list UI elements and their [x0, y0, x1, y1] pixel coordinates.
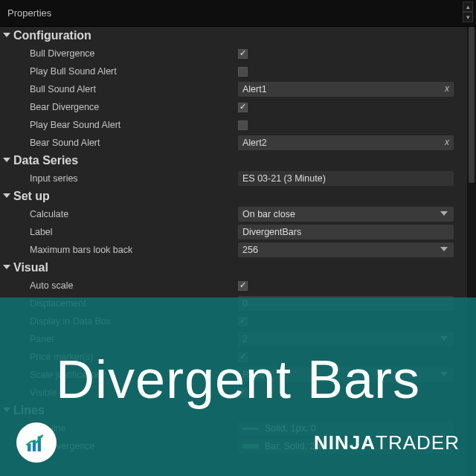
property-label: Calculate: [0, 209, 238, 219]
property-label: Play Bear Sound Alert: [0, 120, 238, 130]
titlebar: Properties ▴ ▾: [0, 0, 476, 27]
row-max-bars: Maximum bars look back 256: [0, 241, 467, 259]
property-label: Auto scale: [0, 280, 238, 291]
window-title: Properties: [7, 7, 51, 19]
spinner-up-button[interactable]: ▴: [463, 1, 473, 12]
row-label: Label DivergentBars: [0, 223, 467, 241]
label-input[interactable]: DivergentBars: [238, 225, 454, 239]
input-series-field[interactable]: ES 03-21 (3 Minute): [238, 171, 454, 186]
section-header: Data Series: [13, 154, 78, 167]
bull-sound-alert-input[interactable]: Alert1 x: [238, 82, 454, 97]
auto-scale-checkbox[interactable]: [238, 281, 248, 291]
section-visual[interactable]: Visual: [0, 259, 467, 277]
chevron-down-icon: [3, 33, 10, 37]
row-auto-scale: Auto scale: [0, 277, 467, 295]
property-label: Bear Divergence: [0, 102, 238, 112]
promo-overlay: Divergent Bars NINJATRADER: [0, 298, 476, 476]
brand-thin: TRADER: [376, 431, 460, 454]
row-bear-sound-alert: Bear Sound Alert Alert2 x: [0, 134, 467, 152]
scrollbar-thumb[interactable]: [469, 27, 475, 183]
chevron-down-icon: [440, 211, 448, 216]
brand-row: NINJATRADER: [0, 422, 476, 463]
row-play-bear-sound: Play Bear Sound Alert: [0, 116, 467, 134]
row-calculate: Calculate On bar close: [0, 205, 467, 223]
clear-icon[interactable]: x: [445, 83, 449, 94]
play-bull-sound-checkbox[interactable]: [238, 67, 248, 77]
clear-icon[interactable]: x: [445, 137, 449, 147]
chevron-down-icon: [440, 247, 448, 251]
section-setup[interactable]: Set up: [0, 187, 467, 205]
spinner-down-button[interactable]: ▾: [463, 12, 473, 22]
titlebar-spinner: ▴ ▾: [463, 1, 473, 22]
bull-divergence-checkbox[interactable]: [238, 49, 248, 59]
calculate-select[interactable]: On bar close: [238, 207, 454, 222]
overlay-title: Divergent Bars: [56, 349, 420, 410]
row-play-bull-sound: Play Bull Sound Alert: [0, 62, 467, 80]
select-value: On bar close: [242, 209, 295, 219]
property-label: Label: [0, 227, 238, 237]
properties-window: Properties ▴ ▾ Configuration Bull Diverg…: [0, 0, 476, 476]
section-configuration[interactable]: Configuration: [0, 27, 467, 45]
row-bull-sound-alert: Bull Sound Alert Alert1 x: [0, 80, 467, 98]
bar-chart-icon: [24, 430, 49, 455]
property-label: Input series: [0, 173, 238, 184]
play-bear-sound-checkbox[interactable]: [238, 120, 248, 130]
input-value: DivergentBars: [242, 227, 301, 237]
brand-wordmark: NINJATRADER: [314, 431, 460, 454]
chevron-down-icon: [3, 158, 10, 162]
section-header: Visual: [13, 261, 48, 274]
svg-rect-0: [28, 444, 30, 451]
input-value: Alert1: [242, 84, 267, 94]
row-input-series: Input series ES 03-21 (3 Minute): [0, 170, 467, 187]
max-bars-select[interactable]: 256: [238, 242, 454, 257]
property-label: Bear Sound Alert: [0, 138, 238, 148]
select-value: 256: [242, 245, 258, 255]
bear-sound-alert-input[interactable]: Alert2 x: [238, 135, 454, 150]
input-value: Alert2: [242, 138, 267, 148]
row-bear-divergence: Bear Divergence: [0, 98, 467, 116]
section-header: Configuration: [13, 29, 91, 42]
section-data-series[interactable]: Data Series: [0, 152, 467, 170]
property-label: Maximum bars look back: [0, 245, 238, 255]
property-label: Play Bull Sound Alert: [0, 66, 238, 77]
property-label: Bull Divergence: [0, 48, 238, 59]
input-value: ES 03-21 (3 Minute): [242, 173, 326, 184]
property-label: Bull Sound Alert: [0, 84, 238, 94]
row-bull-divergence: Bull Divergence: [0, 45, 467, 62]
chevron-down-icon: [3, 193, 10, 198]
logo-badge: [16, 422, 57, 463]
chevron-down-icon: [3, 265, 10, 269]
brand-bold: NINJA: [314, 431, 376, 454]
section-header: Set up: [13, 190, 50, 203]
bear-divergence-checkbox[interactable]: [238, 103, 248, 112]
